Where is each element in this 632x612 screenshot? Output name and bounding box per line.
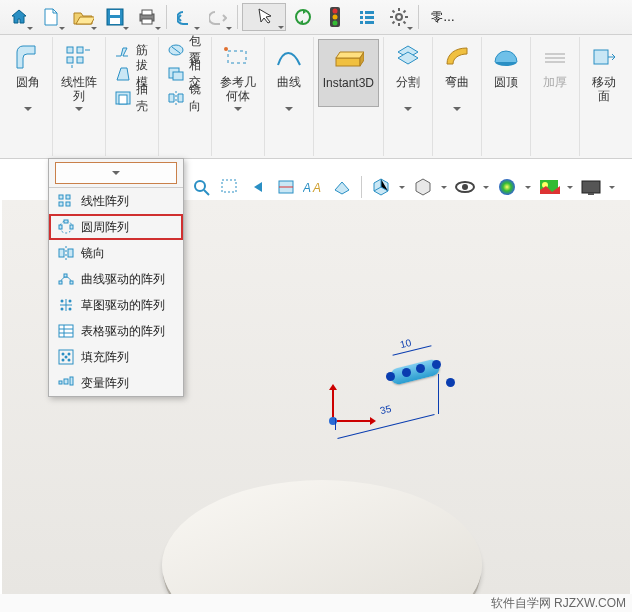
- instant3d-icon: [332, 42, 364, 74]
- curves-button[interactable]: 曲线: [269, 39, 309, 113]
- ref-geometry-button[interactable]: 参考几 何体: [216, 39, 260, 113]
- menu-item-circular[interactable]: 圆周阵列: [49, 214, 183, 240]
- svg-point-79: [62, 353, 65, 356]
- svg-point-9: [333, 15, 338, 20]
- svg-rect-4: [142, 10, 152, 15]
- split-button[interactable]: 分割: [388, 39, 428, 113]
- thicken-button[interactable]: 加厚: [535, 39, 575, 105]
- scene-icon[interactable]: [537, 175, 561, 199]
- svg-point-80: [68, 353, 71, 356]
- svg-rect-29: [77, 57, 83, 63]
- zoom-area-icon[interactable]: [218, 175, 242, 199]
- dim-text-1: 10: [399, 337, 412, 350]
- appearance-icon[interactable]: [495, 175, 519, 199]
- dropdown-icon: [285, 107, 293, 111]
- dome-button[interactable]: 圆顶: [486, 39, 526, 105]
- open-button[interactable]: [68, 3, 98, 31]
- pattern-dropdown-menu: 线性阵列圆周阵列镜向曲线驱动的阵列草图驱动的阵列表格驱动的阵列填充阵列变量阵列: [48, 158, 184, 397]
- move-face-button[interactable]: 移动面: [584, 39, 624, 105]
- svg-rect-86: [70, 377, 73, 385]
- dim-ext-2: [438, 374, 439, 414]
- linear-pattern-icon: [63, 41, 95, 73]
- parts-button[interactable]: 零…: [423, 3, 463, 31]
- svg-rect-27: [77, 47, 83, 53]
- dim-ext-1: [335, 418, 336, 430]
- svg-rect-65: [59, 281, 62, 284]
- svg-rect-13: [360, 16, 363, 19]
- bend-button[interactable]: 弯曲: [437, 39, 477, 113]
- split-label: 分割: [396, 75, 420, 103]
- dropdown-icon[interactable]: [439, 186, 449, 189]
- settings-gear-icon[interactable]: [384, 3, 414, 31]
- move-face-icon: [588, 41, 620, 73]
- undo-button[interactable]: [171, 3, 201, 31]
- section-plane-icon[interactable]: [330, 175, 354, 199]
- dropdown-icon[interactable]: [607, 186, 617, 189]
- menu-item-label: 曲线驱动的阵列: [81, 271, 165, 288]
- svg-rect-37: [336, 58, 360, 66]
- separator: [418, 5, 419, 29]
- shell-icon: [114, 89, 132, 107]
- menu-item-label: 圆周阵列: [81, 219, 129, 236]
- hide-show-icon[interactable]: [453, 175, 477, 199]
- instant3d-button[interactable]: Instant3D: [318, 39, 379, 107]
- shell-label: 抽壳: [136, 81, 150, 115]
- svg-rect-39: [594, 50, 608, 64]
- new-button[interactable]: [36, 3, 66, 31]
- dropdown-icon[interactable]: [565, 186, 575, 189]
- options-list-icon[interactable]: [352, 3, 382, 31]
- rebuild-button[interactable]: [288, 3, 318, 31]
- menu-item-sketch[interactable]: 草图驱动的阵列: [49, 292, 183, 318]
- svg-rect-53: [588, 193, 594, 195]
- select-button[interactable]: [242, 3, 286, 31]
- dropdown-icon: [108, 165, 124, 181]
- dropdown-icon[interactable]: [397, 186, 407, 189]
- bend-icon: [441, 41, 473, 73]
- fillet-icon: [12, 41, 44, 73]
- menu-split-button[interactable]: [55, 162, 177, 184]
- svg-point-8: [333, 9, 338, 14]
- shell-button[interactable]: 抽壳: [110, 87, 154, 109]
- draft-icon: [114, 65, 132, 83]
- traffic-light-icon[interactable]: [320, 3, 350, 31]
- separator: [361, 176, 362, 198]
- menu-item-mirror[interactable]: 镜向: [49, 240, 183, 266]
- svg-rect-84: [59, 381, 62, 384]
- dropdown-icon[interactable]: [523, 186, 533, 189]
- home-button[interactable]: [4, 3, 34, 31]
- view-orientation-icon[interactable]: [369, 175, 393, 199]
- svg-point-36: [224, 47, 228, 51]
- curves-icon: [273, 41, 305, 73]
- mirror-icon: [57, 244, 75, 262]
- render-icon[interactable]: [579, 175, 603, 199]
- footer-bar: 软件自学网 RJZXW.COM: [0, 594, 632, 612]
- section-view-icon[interactable]: [274, 175, 298, 199]
- fillet-button[interactable]: 圆角: [8, 39, 48, 113]
- redo-button[interactable]: [203, 3, 233, 31]
- dropdown-icon[interactable]: [481, 186, 491, 189]
- mirror-icon: [167, 89, 185, 107]
- display-style-icon[interactable]: [411, 175, 435, 199]
- disc-body: [162, 480, 482, 594]
- display-toolbar: AA: [186, 172, 630, 202]
- dim-text-2: 35: [379, 403, 392, 416]
- menu-item-linear[interactable]: 线性阵列: [49, 188, 183, 214]
- menu-item-fill[interactable]: 填充阵列: [49, 344, 183, 370]
- svg-point-83: [65, 356, 68, 359]
- mirror-button[interactable]: 镜向: [163, 87, 207, 109]
- menu-item-table[interactable]: 表格驱动的阵列: [49, 318, 183, 344]
- linear-pattern-button[interactable]: 线性阵 列: [57, 39, 101, 113]
- zoom-fit-icon[interactable]: [190, 175, 214, 199]
- instant3d-label: Instant3D: [323, 76, 374, 104]
- svg-rect-11: [360, 11, 363, 14]
- svg-rect-1: [110, 10, 120, 15]
- print-button[interactable]: [132, 3, 162, 31]
- slot-feature: [390, 364, 440, 380]
- split-icon: [392, 41, 424, 73]
- menu-item-curve[interactable]: 曲线驱动的阵列: [49, 266, 183, 292]
- prev-view-icon[interactable]: [246, 175, 270, 199]
- dynamic-annot-icon[interactable]: AA: [302, 175, 326, 199]
- menu-item-label: 变量阵列: [81, 375, 129, 392]
- save-button[interactable]: [100, 3, 130, 31]
- menu-item-variable[interactable]: 变量阵列: [49, 370, 183, 396]
